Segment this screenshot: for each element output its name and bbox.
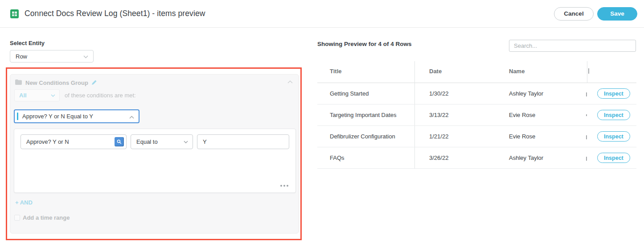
truncated-cell-text xyxy=(586,114,587,116)
conditions-group-header: New Conditions Group xyxy=(15,79,97,87)
cell-title: Getting Started xyxy=(317,90,414,97)
condition-summary-select[interactable]: Approve? Y or N Equal to Y xyxy=(14,109,139,123)
topbar-actions: Cancel Save xyxy=(554,7,637,21)
top-bar: Connect Docs Review Log (Sheet1) - items… xyxy=(0,0,644,28)
condition-field-value: Approve? Y or N xyxy=(26,138,69,145)
time-range-row: Add a time range xyxy=(14,214,70,221)
inspect-button[interactable]: Inspect xyxy=(597,110,630,120)
column-divider xyxy=(587,61,587,83)
conditions-group: New Conditions Group All of these condit… xyxy=(10,74,299,234)
select-entity-label: Select Entity xyxy=(10,40,45,46)
condition-field-input[interactable]: Approve? Y or N xyxy=(21,134,127,149)
inspect-button[interactable]: Inspect xyxy=(597,131,630,142)
preview-title: Showing Preview for 4 of 4 Rows xyxy=(317,41,412,47)
inspect-button[interactable]: Inspect xyxy=(597,153,630,163)
page-title: Connect Docs Review Log (Sheet1) - items… xyxy=(25,9,205,18)
condition-accent-bar xyxy=(17,113,18,120)
column-header-name: Name xyxy=(503,68,587,75)
match-type-value: All xyxy=(19,92,27,99)
edit-pencil-icon[interactable] xyxy=(92,79,97,87)
chevron-down-icon xyxy=(184,141,188,143)
cell-date: 1/21/22 xyxy=(414,133,503,140)
cell-title: Defibrulizer Configuration xyxy=(317,133,414,140)
condition-operator-select[interactable]: Equal to xyxy=(131,134,193,149)
folder-icon xyxy=(15,79,22,87)
condition-operator-value: Equal to xyxy=(136,138,158,145)
cell-date: 1/30/22 xyxy=(414,90,503,97)
search-input[interactable] xyxy=(509,40,636,52)
truncated-cell-text xyxy=(586,92,587,96)
column-header-date: Date xyxy=(414,68,503,75)
cancel-button[interactable]: Cancel xyxy=(554,7,594,21)
condition-value-input[interactable]: Y xyxy=(197,134,289,149)
entity-select[interactable]: Row xyxy=(10,50,94,63)
match-suffix-label: of these conditions are met: xyxy=(65,92,136,99)
truncated-column-header-text xyxy=(588,68,589,74)
cell-title: FAQs xyxy=(317,154,414,161)
collapse-group-chevron-up-icon[interactable] xyxy=(287,80,293,83)
truncated-cell-text xyxy=(586,135,587,139)
chevron-up-icon xyxy=(129,116,134,119)
table-row: FAQs 3/26/22 Ashley Taylor Inspect xyxy=(317,147,636,169)
condition-fields-row: Approve? Y or N Equal to Y xyxy=(14,129,295,154)
time-range-label: Add a time range xyxy=(23,214,70,221)
cell-name: Ashley Taylor xyxy=(503,90,587,97)
chevron-down-icon xyxy=(51,94,55,97)
conditions-group-title: New Conditions Group xyxy=(25,79,88,86)
column-header-title: Title xyxy=(317,68,414,75)
cell-name: Evie Rose xyxy=(503,133,587,140)
inspect-button[interactable]: Inspect xyxy=(597,88,630,99)
cell-date: 3/13/22 xyxy=(414,112,503,118)
condition-summary-text: Approve? Y or N Equal to Y xyxy=(22,113,93,120)
match-condition-row: All of these conditions are met: xyxy=(14,89,136,101)
datapill-lookup-icon[interactable] xyxy=(115,137,124,146)
table-row: Targeting Important Dates 3/13/22 Evie R… xyxy=(317,104,636,126)
add-and-condition-link[interactable]: + AND xyxy=(15,199,33,206)
time-range-checkbox[interactable] xyxy=(14,215,20,221)
chevron-down-icon xyxy=(83,55,88,58)
entity-selected-value: Row xyxy=(16,53,27,60)
cell-name: Ashley Taylor xyxy=(503,154,587,161)
spreadsheet-icon xyxy=(10,9,19,18)
more-options-ellipsis-icon[interactable] xyxy=(280,185,288,187)
save-button[interactable]: Save xyxy=(597,7,637,21)
condition-value-text: Y xyxy=(203,138,207,145)
table-row: Defibrulizer Configuration 1/21/22 Evie … xyxy=(317,126,636,147)
condition-card: Approve? Y or N Equal to Y xyxy=(14,129,296,193)
table-row: Getting Started 1/30/22 Ashley Taylor In… xyxy=(317,83,636,104)
truncated-cell-text xyxy=(586,157,587,161)
cell-title: Targeting Important Dates xyxy=(317,112,414,118)
cell-date: 3/26/22 xyxy=(414,154,503,161)
cell-name: Evie Rose xyxy=(503,112,587,118)
match-type-select[interactable]: All xyxy=(14,89,60,101)
